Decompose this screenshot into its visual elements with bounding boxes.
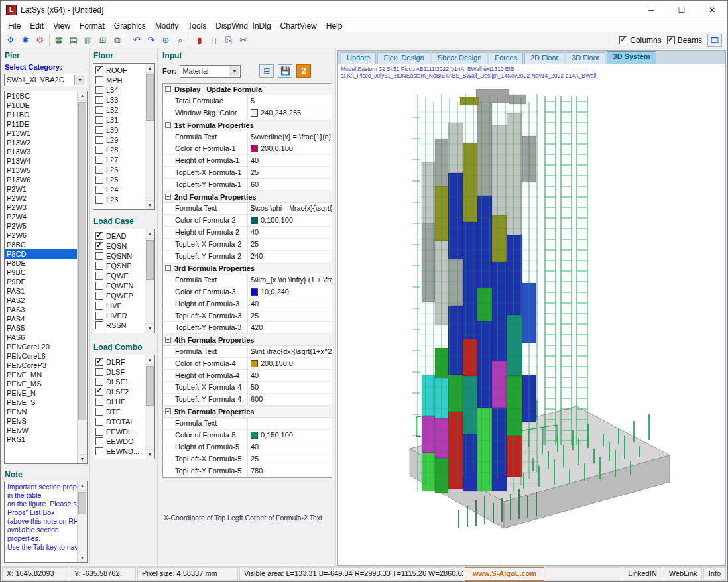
grid-row[interactable]: TopLeft-X Formula-525 — [163, 453, 332, 465]
grid-button[interactable]: ⊞ — [259, 64, 274, 78]
list-item[interactable]: PAS3 — [5, 305, 77, 314]
checkbox[interactable] — [95, 166, 103, 174]
list-item[interactable]: P2W1 — [5, 184, 77, 194]
checkbox[interactable] — [95, 156, 103, 164]
list-item[interactable]: DLSF — [93, 367, 145, 377]
list-item[interactable]: L30 — [93, 125, 145, 135]
list-item[interactable]: P8DE — [5, 259, 77, 268]
list-item[interactable]: LIVE — [93, 300, 145, 310]
menu-format[interactable]: Format — [75, 19, 109, 32]
menu-chartview[interactable]: ChartView — [276, 19, 322, 32]
scrollbar[interactable]: ▲▼ — [77, 91, 87, 463]
checkbox[interactable] — [95, 86, 103, 94]
grid-row[interactable]: Color of Formula-1200,0,100 — [163, 143, 332, 155]
property-value[interactable]: 50 — [248, 382, 332, 393]
property-value[interactable]: 200,150,0 — [248, 358, 332, 369]
property-value[interactable]: 420 — [248, 322, 332, 333]
grid-row[interactable]: Formula Text$\overline{x} = \frac{1}{n} … — [163, 131, 332, 143]
scroll-down-icon[interactable]: ▼ — [145, 449, 154, 459]
grid-row[interactable]: Height of Formula-340 — [163, 298, 332, 310]
grid-row[interactable]: Formula Text$\lim_{x \to \infty} (1 + \f… — [163, 274, 332, 286]
grid-row[interactable]: TopLeft-Y Formula-5780 — [163, 465, 332, 477]
undo-icon[interactable]: ↶ — [129, 33, 144, 48]
property-value[interactable]: $\int \frac{dx}{\sqrt{1+x^2} — [248, 346, 332, 357]
list-item[interactable]: L29 — [93, 135, 145, 145]
scroll-down-icon[interactable]: ▼ — [78, 553, 87, 562]
chevron-down-icon[interactable]: ▼ — [229, 66, 239, 76]
checkbox[interactable] — [95, 358, 103, 366]
list-item[interactable]: PElvE_MS — [5, 379, 77, 388]
menu-help[interactable]: Help — [322, 19, 347, 32]
menu-tools[interactable]: Tools — [183, 19, 211, 32]
scroll-down-icon[interactable]: ▼ — [145, 323, 154, 333]
list-item[interactable]: EQWEP — [93, 290, 145, 300]
checkbox[interactable] — [95, 136, 103, 144]
list-item[interactable]: P11BC — [5, 110, 77, 119]
list-item[interactable]: P13W1 — [5, 129, 77, 138]
checkbox[interactable] — [95, 447, 103, 455]
grid-section-header[interactable]: −2nd Formula Properties — [163, 191, 332, 203]
property-value[interactable]: 40 — [248, 298, 332, 310]
list-item[interactable]: P10DE — [5, 101, 77, 110]
grid-row[interactable]: Height of Formula-140 — [163, 155, 332, 167]
list-item[interactable]: P10BC — [5, 91, 77, 101]
beams-checkbox-box[interactable] — [667, 36, 675, 44]
list-item[interactable]: P13W3 — [5, 147, 77, 156]
property-value[interactable]: 780 — [248, 465, 332, 477]
list-item[interactable]: L26 — [93, 164, 145, 174]
scroll-down-icon[interactable]: ▼ — [78, 454, 87, 463]
grid-row[interactable]: Color of Formula-50,150,100 — [163, 430, 332, 441]
property-value[interactable] — [248, 418, 332, 429]
property-value[interactable]: 25 — [248, 167, 332, 178]
grid-row[interactable]: TopLeft-X Formula-450 — [163, 382, 332, 394]
list-item[interactable]: L33 — [93, 95, 145, 105]
list-item[interactable]: L27 — [93, 154, 145, 164]
list-item[interactable]: PElvE_MN — [5, 370, 77, 379]
property-value[interactable]: 40 — [248, 370, 332, 381]
property-value[interactable]: 200,0,100 — [248, 143, 332, 154]
checkbox[interactable] — [95, 146, 103, 154]
collapse-icon[interactable]: − — [165, 337, 171, 343]
property-value[interactable]: 25 — [248, 453, 332, 465]
checkbox[interactable] — [95, 292, 103, 300]
list-item[interactable]: EEWDL... — [93, 426, 145, 436]
chevron-down-icon[interactable]: ▼ — [74, 75, 85, 85]
tab-3d-floor[interactable]: 3D Floor — [566, 52, 605, 64]
property-value[interactable]: 0,100,100 — [248, 215, 332, 226]
checkbox[interactable] — [95, 378, 103, 386]
list-item[interactable]: DTOTAL — [93, 416, 145, 426]
checkbox[interactable] — [95, 368, 103, 376]
list-item[interactable]: P2W4 — [5, 212, 77, 221]
property-value[interactable]: 25 — [248, 310, 332, 321]
list-item[interactable]: PElvS — [5, 416, 77, 426]
checkbox[interactable] — [95, 428, 103, 436]
checkbox[interactable] — [95, 106, 103, 114]
linkedin-button[interactable]: LinkedIN — [623, 567, 662, 581]
grid-row[interactable]: TopLeft-Y Formula-160 — [163, 179, 332, 191]
checkbox[interactable] — [95, 388, 103, 396]
checkbox[interactable] — [95, 321, 103, 329]
report-icon[interactable]: ▯ — [207, 33, 221, 48]
3d-model-view[interactable] — [338, 64, 725, 566]
checkbox[interactable] — [95, 252, 103, 260]
list-item[interactable]: EQWEN — [93, 280, 145, 290]
menu-view[interactable]: View — [48, 19, 75, 32]
grid-row[interactable]: Formula Text — [163, 418, 332, 430]
scroll-thumb[interactable] — [78, 492, 86, 514]
checkbox[interactable] — [95, 437, 103, 445]
grid-row[interactable]: Height of Formula-540 — [163, 441, 332, 453]
list-item[interactable]: P8CD — [5, 249, 77, 259]
list-item[interactable]: DLUF — [93, 396, 145, 406]
grid-row[interactable]: Height of Formula-440 — [163, 370, 332, 382]
3d-viewport[interactable]: Model:Eastern 32 Sl.51 Picco AB1111I2022… — [337, 64, 726, 566]
checkbox[interactable] — [95, 76, 103, 84]
checkbox[interactable] — [95, 186, 103, 194]
collapse-icon[interactable]: − — [165, 122, 171, 128]
property-value[interactable]: 240,248,255 — [248, 107, 332, 119]
grid-row[interactable]: Formula Text$\int \frac{dx}{\sqrt{1+x^2} — [163, 346, 332, 358]
property-value[interactable]: 60 — [248, 179, 332, 190]
property-value[interactable]: 10,0,240 — [248, 286, 332, 298]
list-item[interactable]: PAS1 — [5, 286, 77, 296]
load-case-checklist[interactable]: DEADEQSNEQSNNEQSNPEQWEEQWENEQWEPLIVELIVE… — [93, 229, 155, 333]
checkbox[interactable] — [95, 66, 103, 74]
